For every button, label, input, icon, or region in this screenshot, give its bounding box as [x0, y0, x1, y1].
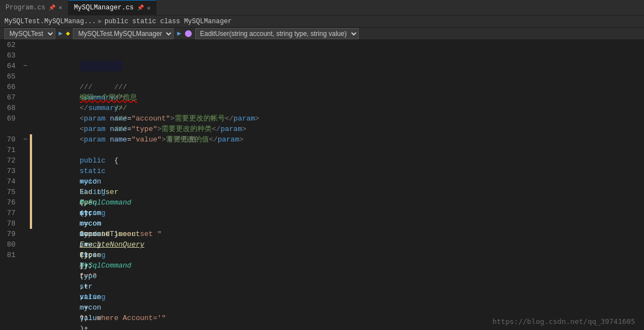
line-77: 77 mycon . Close ();	[0, 208, 644, 218]
line-69: 69 /// <param name="value">需要更改的值</param…	[0, 113, 644, 124]
line-76: 76 mycom . ExecuteNonQuery ();	[0, 197, 644, 208]
nav-class-icon: ◆	[66, 29, 70, 38]
line-62: 62	[0, 40, 644, 50]
tab-mysqlmanager-pin: 📌	[137, 4, 144, 11]
line-63: 63	[0, 50, 644, 61]
nav-method-dropdown[interactable]: EaditUser(string account, string type, s…	[195, 28, 359, 39]
line-refcount: 00 0 个引用	[0, 124, 644, 134]
nav-arrow-2: ▶	[177, 29, 181, 38]
nav-arrow-1: ▶	[59, 29, 62, 38]
nav-project-dropdown[interactable]: MySQLTest	[4, 28, 55, 39]
line-78: 78 }	[0, 218, 644, 229]
tab-mysqlmanager-label: MySQLManager.cs	[74, 4, 134, 12]
nav-method-icon: ⬤	[185, 29, 192, 38]
line-71: 71 {	[0, 145, 644, 155]
tab-mysqlmanager-cs[interactable]: MySQLManager.cs 📌 ✕	[69, 0, 157, 15]
line-80: 80	[0, 239, 644, 250]
breadcrumb-left[interactable]: MySQLTest.MySQLManag...	[4, 18, 96, 25]
line-70: 70 − public static void EaditUser ( stri…	[0, 134, 644, 145]
tab-program-close[interactable]: ✕	[59, 4, 62, 11]
editor: 62 63 64 −	[0, 40, 644, 330]
tab-mysqlmanager-close[interactable]: ✕	[147, 4, 151, 12]
editor-wrapper: 62 63 64 −	[0, 40, 644, 330]
line-66: 66 /// </summary>	[0, 82, 644, 92]
line-67: 67 /// <param name="account">需要更改的帐号</pa…	[0, 92, 644, 103]
line-64: 64 − /// <summary>	[0, 61, 644, 71]
line-68: 68 /// <param name="type">需要更改的种类</param…	[0, 103, 644, 113]
tab-bar: Program.cs 📌 ✕ MySQLManager.cs 📌 ✕	[0, 0, 644, 15]
breadcrumb-arrow: ▶	[98, 17, 102, 25]
line-75: 75 mycom . CommandTimeout = 2 ;	[0, 187, 644, 197]
watermark: https://blog.csdn.net/qq_39741605	[493, 317, 635, 326]
line-74: 74 MySqlCommand mycom = new MySqlCommand…	[0, 176, 644, 187]
nav-bar: MySQLTest ▶ ◆ MySQLTest.MySQLManager ▶ ⬤…	[0, 28, 644, 40]
line-72: 72 mycon . Open ();	[0, 155, 644, 166]
breadcrumb-right[interactable]: public static class MySQLManager	[104, 18, 232, 25]
nav-class-dropdown[interactable]: MySQLTest.MySQLManager	[73, 28, 174, 39]
breadcrumb-bar: MySQLTest.MySQLManag... ▶ public static …	[0, 15, 644, 28]
line-65: 65 /// 编辑一个用户信息	[0, 71, 644, 82]
line-79: 79 }	[0, 229, 644, 239]
line-81: 81 }	[0, 250, 644, 260]
tab-program-pin: 📌	[49, 4, 55, 11]
tab-program-label: Program.cs	[6, 4, 45, 12]
tab-program-cs[interactable]: Program.cs 📌 ✕	[0, 0, 69, 15]
line-73: 73 string str = "update user set " + typ…	[0, 166, 644, 176]
code-lines: 62 63 64 −	[0, 40, 644, 260]
